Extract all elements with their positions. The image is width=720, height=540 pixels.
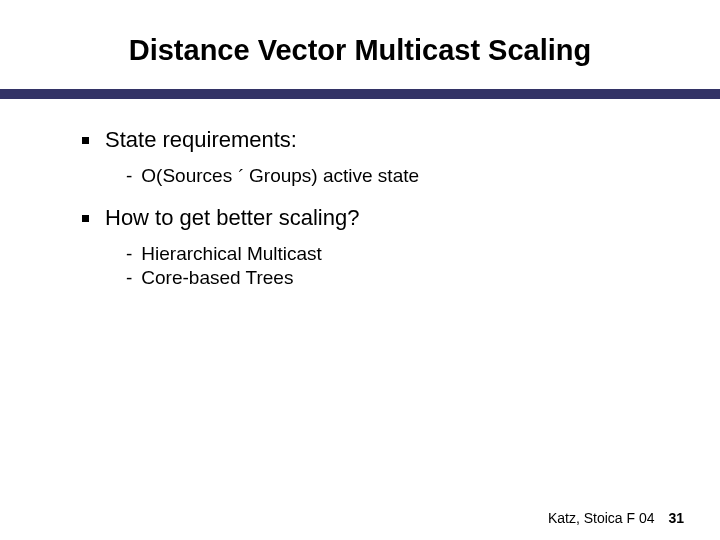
bullet-better-scaling: How to get better scaling? — [82, 205, 660, 231]
square-bullet-icon — [82, 137, 89, 144]
page-number: 31 — [668, 510, 684, 526]
attribution: Katz, Stoica F 04 — [548, 510, 655, 526]
bullet-label: State requirements: — [105, 127, 297, 153]
title-block: Distance Vector Multicast Scaling — [0, 0, 720, 67]
bullet-label: How to get better scaling? — [105, 205, 359, 231]
square-bullet-icon — [82, 215, 89, 222]
bullet-state-requirements: State requirements: — [82, 127, 660, 153]
footer: Katz, Stoica F 04 31 — [548, 510, 684, 526]
sub-item-core-based: - Core-based Trees — [126, 267, 660, 289]
slide-title: Distance Vector Multicast Scaling — [0, 34, 720, 67]
dash-icon: - — [126, 165, 132, 187]
text-suffix: Groups) active state — [244, 165, 419, 186]
horizontal-rule — [0, 89, 720, 99]
slide: Distance Vector Multicast Scaling State … — [0, 0, 720, 540]
sub-item-text: Core-based Trees — [141, 267, 293, 289]
text-prefix: O(Sources — [141, 165, 237, 186]
dash-icon: - — [126, 243, 132, 265]
slide-body: State requirements: - O(Sources ´ Groups… — [0, 99, 720, 297]
sub-item-hierarchical: - Hierarchical Multicast — [126, 243, 660, 265]
sub-item-text: Hierarchical Multicast — [141, 243, 322, 265]
sub-item-active-state: - O(Sources ´ Groups) active state — [126, 165, 660, 187]
dash-icon: - — [126, 267, 132, 289]
sub-list: - O(Sources ´ Groups) active state — [82, 153, 660, 195]
sub-item-text: O(Sources ´ Groups) active state — [141, 165, 419, 187]
sub-list: - Hierarchical Multicast - Core-based Tr… — [82, 231, 660, 297]
